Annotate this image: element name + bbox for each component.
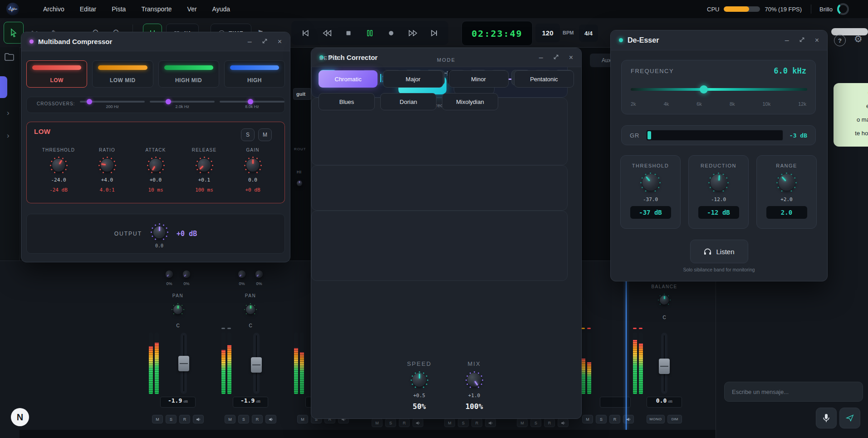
frequency-slider-thumb[interactable] (700, 85, 708, 94)
rack-knob[interactable] (296, 180, 303, 187)
solo-band-button[interactable]: S (241, 128, 255, 141)
close-icon[interactable]: × (278, 38, 282, 45)
menu-ayuda[interactable]: Ayuda (212, 5, 230, 13)
send-knob[interactable] (165, 270, 174, 279)
close-icon[interactable]: × (815, 37, 819, 44)
deesser-threshold-knob[interactable] (640, 172, 661, 193)
attack-knob[interactable] (147, 157, 164, 174)
speaker-button[interactable] (265, 415, 276, 423)
speaker-button[interactable] (485, 418, 496, 427)
record-arm-button[interactable]: R (471, 418, 482, 427)
send-knob[interactable] (255, 270, 264, 279)
pause-button[interactable] (363, 26, 377, 40)
mix-knob[interactable] (465, 371, 483, 389)
menu-transporte[interactable]: Transporte (141, 5, 172, 13)
maximize-icon[interactable] (262, 38, 268, 45)
minimize-icon[interactable]: – (785, 37, 789, 44)
menu-pista[interactable]: Pista (112, 5, 126, 13)
dim-button[interactable]: DIM (667, 415, 682, 423)
bpm-value[interactable]: 120 (535, 24, 560, 42)
mono-button[interactable]: MONO (647, 415, 665, 423)
compressor-window-header[interactable]: Multiband Compressor – × (21, 32, 290, 51)
fast-forward-button[interactable] (406, 26, 420, 40)
scale-mixolydian-button[interactable]: Mixolydian (442, 93, 498, 110)
mute-button[interactable]: M (297, 415, 308, 423)
help-button[interactable]: ? (834, 34, 846, 46)
mute-band-button[interactable]: M (258, 128, 272, 141)
release-knob[interactable] (196, 157, 213, 174)
record-arm-button[interactable]: R (179, 415, 190, 423)
chat-message-input[interactable] (724, 382, 863, 402)
record-button[interactable] (384, 26, 398, 40)
speed-knob[interactable] (410, 371, 428, 389)
skip-start-button[interactable] (298, 26, 313, 40)
band-tab-highmid[interactable]: HIGH MID (158, 60, 219, 88)
send-button[interactable] (839, 408, 860, 428)
record-arm-button[interactable]: R (252, 415, 263, 423)
volume-fader[interactable] (181, 333, 187, 394)
deesser-window-header[interactable]: De-Esser – × (611, 30, 827, 50)
frequency-slider[interactable] (631, 85, 807, 94)
speaker-button[interactable] (193, 415, 204, 423)
solo-button[interactable]: S (238, 415, 249, 423)
scale-chromatic-button[interactable]: Chromatic (319, 70, 378, 88)
crossover-slider-2[interactable]: 2.0k Hz (150, 101, 215, 109)
solo-button[interactable]: S (166, 415, 177, 423)
solo-button[interactable]: S (596, 415, 607, 423)
guitar-track-chip[interactable]: guit (293, 88, 311, 100)
scale-major-button[interactable]: Major (383, 70, 443, 88)
brightness-knob[interactable] (837, 3, 849, 15)
band-tab-lowmid[interactable]: LOW MID (92, 60, 153, 88)
folder-icon[interactable] (5, 53, 15, 61)
solo-button[interactable]: S (530, 418, 541, 427)
ratio-knob[interactable] (98, 157, 116, 174)
pan-knob[interactable] (245, 304, 256, 315)
menu-editar[interactable]: Editar (80, 5, 97, 13)
mute-button[interactable]: M (517, 418, 528, 427)
scale-pentatonic-button[interactable]: Pentatonic (514, 70, 574, 88)
rewind-button[interactable] (320, 26, 334, 40)
settings-gear-icon[interactable]: ⚙ (854, 34, 863, 44)
maximize-icon[interactable] (799, 37, 805, 44)
mute-button[interactable]: M (225, 415, 235, 423)
rail-chevron-2[interactable]: › (7, 131, 10, 140)
record-arm-button[interactable]: R (544, 418, 555, 427)
speaker-button[interactable] (412, 418, 423, 427)
rail-chevron-1[interactable]: › (7, 108, 10, 118)
record-arm-button[interactable]: R (399, 418, 410, 427)
band-tab-low[interactable]: LOW (26, 60, 87, 88)
menu-archivo[interactable]: Archivo (43, 5, 64, 13)
mute-button[interactable]: M (582, 415, 593, 423)
band-tab-high[interactable]: HIGH (224, 60, 285, 88)
deesser-range-knob[interactable] (776, 172, 797, 193)
threshold-knob[interactable] (50, 157, 67, 174)
volume-fader[interactable] (253, 333, 260, 394)
crossover-slider-3[interactable]: 8.0k Hz (220, 101, 284, 109)
mute-button[interactable]: M (444, 418, 455, 427)
stop-button[interactable] (341, 26, 356, 40)
listen-button[interactable]: Listen (690, 240, 748, 263)
skip-end-button[interactable] (427, 26, 441, 40)
record-arm-button[interactable]: R (609, 415, 620, 423)
gain-knob[interactable] (244, 157, 261, 174)
mute-button[interactable]: M (372, 418, 383, 427)
mic-button[interactable] (816, 408, 837, 428)
send-knob[interactable] (182, 270, 191, 279)
send-knob[interactable] (237, 270, 246, 279)
solo-button[interactable]: S (458, 418, 469, 427)
deesser-reduction-knob[interactable] (708, 172, 729, 193)
solo-button[interactable]: S (385, 418, 396, 427)
app-logo-icon[interactable] (6, 3, 19, 15)
speaker-button[interactable] (558, 418, 569, 427)
output-knob[interactable] (151, 224, 167, 241)
crossover-slider-1[interactable]: 200 Hz (80, 101, 145, 109)
pan-knob[interactable] (172, 304, 184, 315)
scale-minor-button[interactable]: Minor (449, 70, 509, 88)
mute-button[interactable]: M (152, 415, 163, 423)
balance-knob[interactable] (658, 294, 670, 306)
time-signature[interactable]: 4/4 (579, 25, 598, 42)
scale-blues-button[interactable]: Blues (319, 93, 375, 110)
master-fader[interactable] (661, 333, 667, 394)
scale-dorian-button[interactable]: Dorian (380, 93, 436, 110)
minimize-icon[interactable]: – (248, 38, 252, 45)
